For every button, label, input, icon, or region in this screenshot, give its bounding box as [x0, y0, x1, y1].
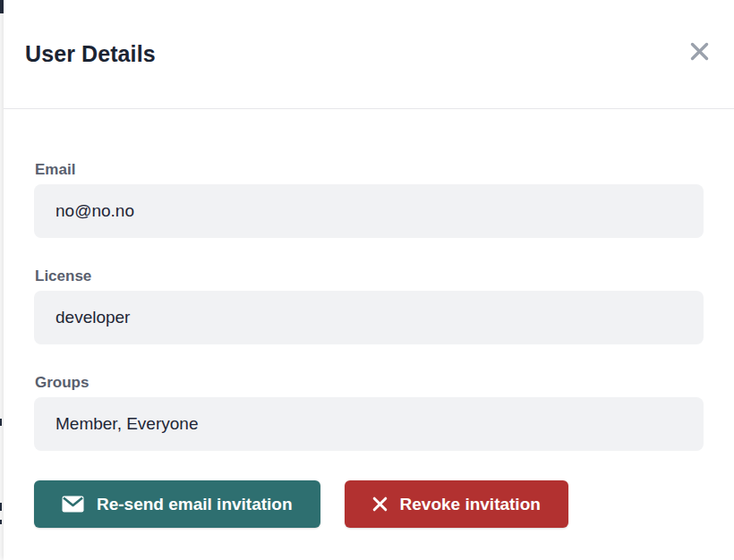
background-text-fragment: [0, 503, 2, 511]
close-icon: [689, 41, 710, 62]
license-field-group: License developer: [34, 267, 704, 344]
groups-field-group: Groups Member, Everyone: [34, 374, 704, 451]
license-field: developer: [34, 291, 704, 344]
groups-label: Groups: [35, 374, 704, 392]
close-button[interactable]: [687, 39, 711, 63]
email-label: Email: [35, 161, 704, 179]
license-label: License: [35, 267, 704, 285]
email-field-group: Email no@no.no: [34, 161, 704, 238]
envelope-icon: [62, 496, 84, 513]
groups-value: Member, Everyone: [55, 414, 198, 434]
page-title: User Details: [25, 41, 156, 67]
revoke-invitation-button[interactable]: Revoke invitation: [345, 480, 568, 528]
email-field: no@no.no: [34, 184, 704, 238]
groups-field: Member, Everyone: [34, 397, 704, 451]
modal-body: Email no@no.no License developer Groups …: [4, 109, 734, 528]
email-value: no@no.no: [55, 201, 134, 221]
license-value: developer: [55, 308, 130, 327]
user-details-modal: User Details Email no@no.no License deve…: [4, 0, 734, 560]
revoke-invitation-label: Revoke invitation: [400, 495, 541, 514]
resend-invitation-label: Re-send email invitation: [97, 495, 293, 514]
resend-invitation-button[interactable]: Re-send email invitation: [34, 480, 320, 528]
modal-header: User Details: [4, 0, 734, 109]
action-button-row: Re-send email invitation Revoke invitati…: [34, 480, 704, 528]
background-text-fragment: [0, 520, 2, 524]
background-text-fragment: [0, 419, 2, 426]
x-icon: [372, 496, 388, 512]
